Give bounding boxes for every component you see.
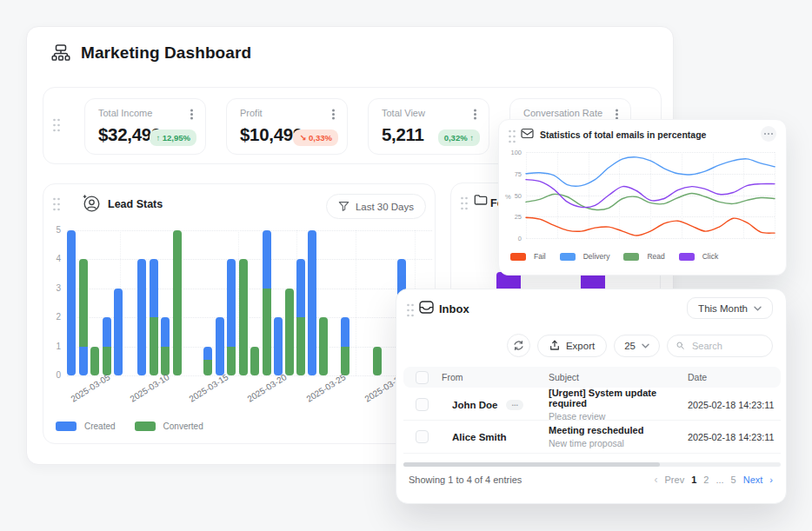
y-tick-label: 75 xyxy=(515,170,522,178)
bar xyxy=(161,317,170,375)
drag-handle-icon[interactable] xyxy=(406,302,415,318)
kebab-menu-icon[interactable] xyxy=(616,113,618,116)
inbox-icon xyxy=(419,301,434,314)
email-date: 2025-02-18 14:23:11 xyxy=(675,432,781,442)
legend-item-converted: Converted xyxy=(135,421,203,431)
row-checkbox[interactable] xyxy=(416,398,429,411)
funnel-icon xyxy=(338,201,349,212)
stat-card-total-view: Total View 5,211 0,32% ↑ xyxy=(368,98,489,155)
drag-handle-icon[interactable] xyxy=(52,196,61,212)
prev-button[interactable]: Prev xyxy=(665,475,685,485)
legend-label: Read xyxy=(647,252,664,261)
email-subject: Meeting rescheduled xyxy=(549,425,675,435)
bar xyxy=(90,347,99,375)
email-subject: [Urgent] System update required xyxy=(549,388,675,408)
bar xyxy=(319,317,328,375)
sitemap-icon xyxy=(50,43,72,65)
stat-label: Profit xyxy=(240,108,263,118)
row-checkbox[interactable] xyxy=(416,430,429,443)
y-tick-label: 1 xyxy=(56,342,61,351)
lead-filter-button[interactable]: Last 30 Days xyxy=(326,194,426,219)
row-more-button[interactable]: ... xyxy=(506,400,523,410)
bar xyxy=(227,259,236,375)
kebab-menu-icon[interactable] xyxy=(190,113,193,116)
email-stats-card: Statistics of total emails in percentage… xyxy=(498,119,787,275)
email-preview: New time proposal xyxy=(549,438,675,448)
bar xyxy=(263,230,271,375)
legend-label: Converted xyxy=(163,421,203,431)
bar xyxy=(308,230,316,375)
y-tick-label: 100 xyxy=(510,149,522,156)
refresh-icon xyxy=(513,340,524,351)
bar xyxy=(341,317,349,375)
legend-label: Created xyxy=(84,421,116,431)
refresh-button[interactable] xyxy=(507,334,530,357)
inbox-toolbar: Export 25 xyxy=(507,334,773,357)
y-tick-label: 2 xyxy=(56,312,61,322)
bar xyxy=(239,259,248,375)
line-series-delivery xyxy=(526,157,775,186)
drag-handle-icon[interactable] xyxy=(508,129,516,144)
select-all-checkbox[interactable] xyxy=(416,371,429,384)
stat-card-total-income: Total Income $32,499 ↑ 12,95% xyxy=(84,98,206,155)
email-preview: Please review xyxy=(549,411,675,421)
chevron-down-icon xyxy=(642,343,649,348)
column-header-subject: Subject xyxy=(536,372,675,382)
legend-swatch xyxy=(679,253,695,261)
email-stats-title: Statistics of total emails in percentage xyxy=(540,129,706,140)
table-row[interactable]: Alice Smith Meeting rescheduled New time… xyxy=(403,421,781,454)
prev-arrow[interactable]: ‹ xyxy=(655,474,658,486)
page-2[interactable]: 2 xyxy=(703,475,709,485)
y-tick-label: 3 xyxy=(56,283,61,293)
lead-y-axis: 543210 xyxy=(45,226,61,375)
drag-handle-icon[interactable] xyxy=(460,196,469,211)
bar xyxy=(137,259,146,375)
bar xyxy=(103,317,111,375)
legend-label: Click xyxy=(702,252,718,261)
kebab-menu-icon[interactable] xyxy=(474,113,476,116)
bar xyxy=(274,317,283,375)
legend-swatch xyxy=(510,253,526,261)
inbox-card: Inbox This Month Export 25 xyxy=(396,289,787,504)
page-title: Marketing Dashboard xyxy=(81,43,251,63)
next-arrow[interactable]: › xyxy=(769,475,773,485)
period-label: This Month xyxy=(698,303,748,314)
legend-item-click: Click xyxy=(679,252,718,261)
legend-swatch xyxy=(623,253,639,261)
export-label: Export xyxy=(566,341,595,351)
legend-label: Fail xyxy=(534,252,546,261)
page-1[interactable]: 1 xyxy=(691,475,696,485)
legend-swatch xyxy=(56,421,77,431)
bar xyxy=(79,259,88,375)
inbox-footer: Showing 1 to 4 of 4 entries ‹ Prev 1 2 .… xyxy=(409,474,773,486)
email-legend: Fail Delivery Read Click xyxy=(510,252,718,261)
inbox-table: From Subject Date John Doe ... [Urgent] … xyxy=(403,367,781,454)
trend-badge: ↑ 12,95% xyxy=(150,129,196,146)
period-select[interactable]: This Month xyxy=(687,297,773,319)
search-icon xyxy=(676,340,684,351)
table-header-row: From Subject Date xyxy=(403,367,781,388)
drag-handle-icon[interactable] xyxy=(52,117,61,133)
export-button[interactable]: Export xyxy=(537,335,607,357)
page-5[interactable]: 5 xyxy=(731,475,736,485)
bar xyxy=(250,347,259,375)
mail-icon xyxy=(521,128,534,139)
search-input[interactable] xyxy=(690,340,763,352)
stat-label: Total View xyxy=(382,108,425,118)
next-button[interactable]: Next xyxy=(743,475,763,485)
line-series-read xyxy=(526,193,775,209)
column-header-from: From xyxy=(442,372,536,382)
card-menu-button[interactable] xyxy=(761,126,776,142)
search-field[interactable] xyxy=(667,335,773,357)
lead-legend: Created Converted xyxy=(56,421,203,431)
bar xyxy=(373,347,382,375)
y-tick-label: 0 xyxy=(518,235,522,242)
kebab-menu-icon[interactable] xyxy=(332,113,335,116)
horizontal-scrollbar[interactable] xyxy=(403,462,781,467)
table-row[interactable]: John Doe ... [Urgent] System update requ… xyxy=(403,388,781,421)
stat-value: 5,211 xyxy=(382,124,424,145)
per-page-select[interactable]: 25 xyxy=(614,335,660,357)
bar xyxy=(173,230,182,375)
y-tick-label: 5 xyxy=(56,225,61,235)
scrollbar-thumb[interactable] xyxy=(403,462,660,467)
